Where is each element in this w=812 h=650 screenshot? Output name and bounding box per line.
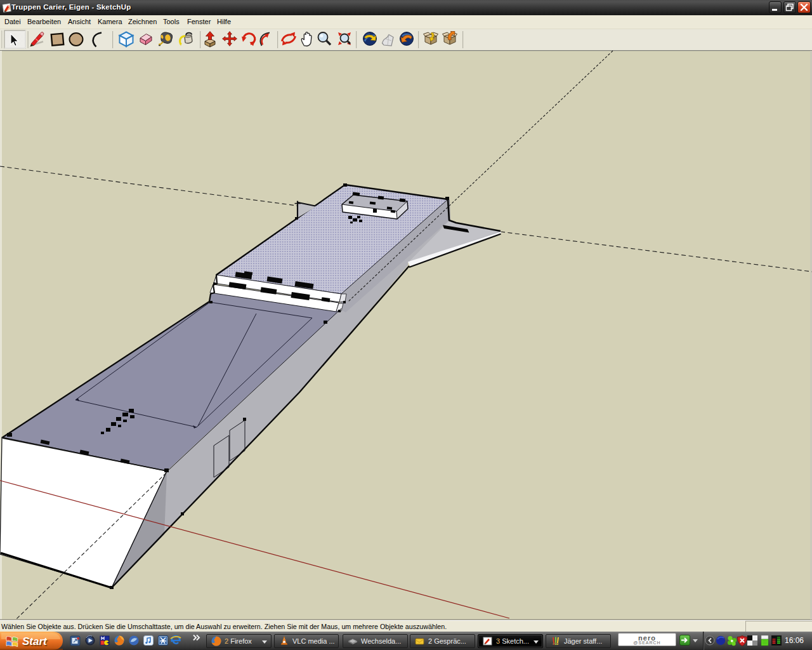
svg-text:Start: Start	[22, 635, 48, 647]
